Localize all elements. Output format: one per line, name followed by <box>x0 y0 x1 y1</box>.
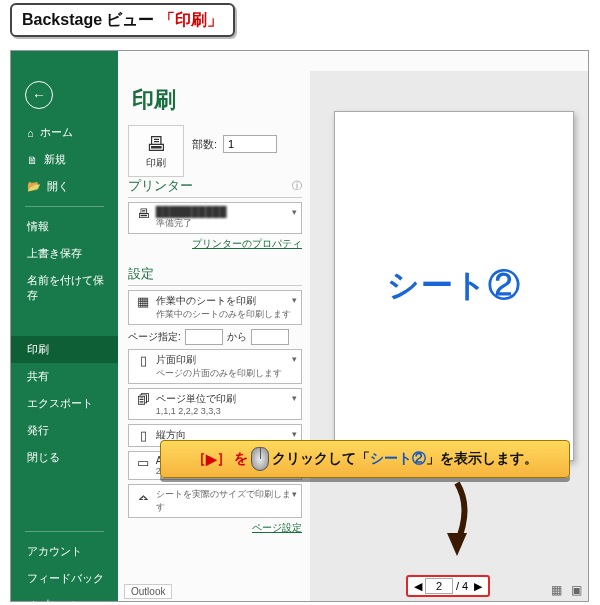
copies-input[interactable] <box>223 135 277 153</box>
open-icon: 📂 <box>27 180 41 193</box>
outlook-tab[interactable]: Outlook <box>124 584 172 599</box>
nav-print[interactable]: 印刷 <box>11 336 118 363</box>
nav-publish[interactable]: 発行 <box>11 417 118 444</box>
pointer-arrow <box>432 478 482 568</box>
nav-share[interactable]: 共有 <box>11 363 118 390</box>
annotation-prefix: Backstage ビュー <box>22 10 155 31</box>
next-page-button[interactable]: ▶ <box>474 580 482 593</box>
zoom-to-page-button[interactable]: ▣ <box>571 583 582 597</box>
copies-label: 部数: <box>192 137 217 152</box>
nav-label: オプション <box>27 598 82 605</box>
callout-text: クリックして「 <box>272 450 370 468</box>
nav-label: 上書き保存 <box>27 246 82 261</box>
opt-line1: 片面印刷 <box>156 353 282 367</box>
print-button-label: 印刷 <box>146 156 166 170</box>
nav-save[interactable]: 上書き保存 <box>11 240 118 267</box>
nav-feedback[interactable]: フィードバック <box>11 565 118 592</box>
callout-text: 」を表示します。 <box>426 450 538 468</box>
page-to-input[interactable] <box>251 329 289 345</box>
current-page-input[interactable] <box>425 578 453 594</box>
nav-divider <box>25 531 104 532</box>
annotation-callout: Backstage ビュー 「印刷」 <box>10 3 235 37</box>
chevron-down-icon: ▾ <box>292 354 297 364</box>
printer-properties-link[interactable]: プリンターのプロパティ <box>128 237 302 251</box>
scale-icon: 🢕 <box>133 488 153 503</box>
paper-icon: ▭ <box>133 455 153 470</box>
show-margins-button[interactable]: ▦ <box>551 583 562 597</box>
printer-icon: 🖶 <box>146 133 166 156</box>
opt-line2: 作業中のシートのみを印刷します <box>156 308 291 321</box>
sides-select[interactable]: ▯ 片面印刷 ページの片面のみを印刷します ▾ <box>128 349 302 384</box>
nav-label: 名前を付けて保存 <box>27 273 110 303</box>
nav-label: エクスポート <box>27 396 93 411</box>
nav-home[interactable]: ⌂ホーム <box>11 119 118 146</box>
info-icon[interactable]: ⓘ <box>292 179 302 193</box>
opt-line2: 1,1,1 2,2,2 3,3,3 <box>156 406 236 416</box>
settings-heading: 設定 <box>128 265 154 283</box>
nav-label: アカウント <box>27 544 82 559</box>
nav-label: 情報 <box>27 219 49 234</box>
sheets-icon: ▦ <box>133 294 153 309</box>
preview-sheet-label: シート② <box>387 264 521 308</box>
nav-saveas[interactable]: 名前を付けて保存 <box>11 267 118 309</box>
portrait-icon: ▯ <box>133 428 153 443</box>
chevron-down-icon: ▾ <box>292 429 297 439</box>
preview-zoom-controls: ▦ ▣ <box>545 583 582 597</box>
nav-label <box>27 315 38 330</box>
nav-divider <box>25 206 104 207</box>
opt-line1: ページ単位で印刷 <box>156 392 236 406</box>
nav-label: フィードバック <box>27 571 104 586</box>
nav-options[interactable]: オプション <box>11 592 118 605</box>
page-range-to: から <box>227 330 247 344</box>
chevron-down-icon: ▾ <box>292 295 297 305</box>
nav-label: 発行 <box>27 423 49 438</box>
page-navigator: ◀ / 4 ▶ <box>406 575 490 597</box>
total-pages: / 4 <box>456 580 468 592</box>
settings-section-header: 設定 <box>128 265 302 286</box>
nav-label: ホーム <box>40 125 73 140</box>
printer-status-icon: 🖶 <box>133 206 153 221</box>
opt-line2: シートを実際のサイズで印刷します <box>156 488 296 514</box>
page-setup-link[interactable]: ページ設定 <box>128 521 302 535</box>
page-range-label: ページ指定: <box>128 330 181 344</box>
nav-label: 閉じる <box>27 450 60 465</box>
mouse-icon <box>251 447 269 471</box>
nav-disabled <box>11 309 118 336</box>
annotation-highlight: 「印刷」 <box>159 10 223 31</box>
nav-label: 印刷 <box>27 342 49 357</box>
instruction-callout: ［ ▶ ］ を クリックして「 シート② 」を表示します。 <box>160 440 570 478</box>
back-button[interactable]: ← <box>25 81 53 109</box>
print-button[interactable]: 🖶 印刷 <box>128 125 184 177</box>
chevron-down-icon: ▾ <box>292 489 297 499</box>
nav-close[interactable]: 閉じる <box>11 444 118 471</box>
scaling-select[interactable]: 🢕 シートを実際のサイズで印刷します ▾ <box>128 484 302 518</box>
nav-account[interactable]: アカウント <box>11 538 118 565</box>
excel-backstage-window: ← ⌂ホーム 🗎新規 📂開く 情報 上書き保存 名前を付けて保存 印刷 共有 エ… <box>10 50 589 602</box>
nav-info[interactable]: 情報 <box>11 213 118 240</box>
collate-select[interactable]: 🗐 ページ単位で印刷 1,1,1 2,2,2 3,3,3 ▾ <box>128 388 302 420</box>
print-settings-pane: 印刷 🖶 印刷 部数: プリンター ⓘ 🖶 ██████████ 準備完了 ▾ <box>118 71 310 601</box>
nav-export[interactable]: エクスポート <box>11 390 118 417</box>
nav-new[interactable]: 🗎新規 <box>11 146 118 173</box>
callout-arrow-icon: ▶ <box>206 451 217 467</box>
backstage-main: 印刷 🖶 印刷 部数: プリンター ⓘ 🖶 ██████████ 準備完了 ▾ <box>118 51 588 601</box>
printer-heading: プリンター <box>128 177 193 195</box>
backstage-sidebar: ← ⌂ホーム 🗎新規 📂開く 情報 上書き保存 名前を付けて保存 印刷 共有 エ… <box>11 51 118 601</box>
page-from-input[interactable] <box>185 329 223 345</box>
print-what-select[interactable]: ▦ 作業中のシートを印刷 作業中のシートのみを印刷します ▾ <box>128 290 302 325</box>
nav-label: 共有 <box>27 369 49 384</box>
callout-sheet: シート② <box>370 450 426 468</box>
prev-page-button[interactable]: ◀ <box>414 580 422 593</box>
home-icon: ⌂ <box>27 127 34 139</box>
callout-bracket: ［ <box>192 450 206 468</box>
chevron-down-icon: ▾ <box>292 207 297 217</box>
callout-bracket: ］ を <box>217 450 249 468</box>
nav-label: 新規 <box>44 152 66 167</box>
printer-select[interactable]: 🖶 ██████████ 準備完了 ▾ <box>128 202 302 234</box>
opt-line1: 作業中のシートを印刷 <box>156 294 291 308</box>
preview-page: シート② <box>334 111 574 461</box>
nav-open[interactable]: 📂開く <box>11 173 118 200</box>
nav-label: 開く <box>47 179 69 194</box>
printer-section-header: プリンター ⓘ <box>128 177 302 198</box>
page-range-row: ページ指定: から <box>128 329 302 345</box>
